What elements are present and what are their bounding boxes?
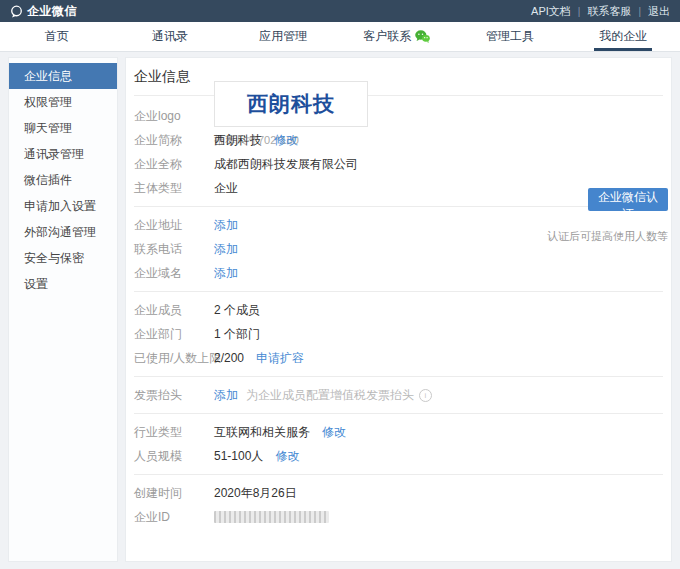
field-label: 行业类型	[134, 424, 214, 441]
topbar-links: API文档|联系客服|退出	[531, 4, 670, 19]
field-value: 企业	[214, 180, 238, 197]
contact-support-link[interactable]: 联系客服	[587, 4, 631, 19]
sidebar-item-settings[interactable]: 设置	[9, 271, 117, 297]
divider	[134, 413, 663, 414]
brand-name: 企业微信	[27, 3, 77, 20]
tab-home[interactable]: 首页	[0, 22, 113, 51]
field-label: 企业部门	[134, 326, 214, 343]
masked-company-id	[214, 511, 329, 523]
field-value: 2 个成员	[214, 302, 260, 319]
primary-nav: 首页通讯录应用管理客户联系管理工具我的企业	[0, 22, 680, 52]
tab-app-management-label: 应用管理	[259, 28, 307, 45]
company-logo-row: 企业logo 西朗科技 推荐尺寸702*180	[134, 104, 663, 128]
field-value: 西朗科技	[214, 132, 262, 149]
wecom-admin-page: 企业微信 API文档|联系客服|退出 首页通讯录应用管理客户联系管理工具我的企业…	[0, 0, 680, 569]
tab-home-label: 首页	[45, 28, 69, 45]
edit-short-name-link[interactable]: 修改	[274, 132, 298, 149]
sidebar-item-external-comm[interactable]: 外部沟通管理	[9, 219, 117, 245]
verify-benefit-hint: 认证后可提高使用人数等	[547, 229, 668, 244]
tab-my-company-label: 我的企业	[599, 28, 647, 45]
info-icon[interactable]	[419, 389, 432, 402]
tab-my-company[interactable]: 我的企业	[567, 22, 680, 51]
divider	[134, 291, 663, 292]
sidebar-item-join-settings[interactable]: 申请加入设置	[9, 193, 117, 219]
add-phone-link[interactable]: 添加	[214, 241, 238, 258]
separator: |	[578, 6, 581, 17]
company-logo-text: 西朗科技	[247, 90, 335, 118]
logout-link[interactable]: 退出	[648, 4, 670, 19]
api-docs-link[interactable]: API文档	[531, 4, 571, 19]
created-date-row: 创建时间2020年8月26日	[134, 481, 663, 505]
company-domain-row: 企业域名添加	[134, 261, 663, 285]
edit-staff-size-link[interactable]: 修改	[275, 448, 299, 465]
field-label: 企业ID	[134, 509, 214, 526]
sidebar-item-permissions[interactable]: 权限管理	[9, 89, 117, 115]
wecom-bubble-icon	[10, 5, 23, 18]
company-full-name-row: 企业全称成都西朗科技发展有限公司	[134, 152, 663, 176]
request-expansion-link[interactable]: 申请扩容	[256, 350, 304, 367]
wechat-bubbles-icon	[415, 30, 430, 43]
sidebar-item-contacts-management[interactable]: 通讯录管理	[9, 141, 117, 167]
field-label: 创建时间	[134, 485, 214, 502]
add-address-link[interactable]: 添加	[214, 217, 238, 234]
field-value: 2020年8月26日	[214, 485, 297, 502]
staff-size-row: 人员规模51-100人修改	[134, 444, 663, 468]
field-label: 联系电话	[134, 241, 214, 258]
tab-contacts-label: 通讯录	[152, 28, 188, 45]
separator: |	[638, 6, 641, 17]
company-logo[interactable]: 西朗科技	[214, 81, 368, 127]
company-info-panel: 企业信息 企业logo 西朗科技 推荐尺寸702*180 企业简称西朗科技修改企…	[125, 57, 672, 562]
field-label: 发票抬头	[134, 387, 214, 404]
company-id-row: 企业ID	[134, 505, 663, 529]
field-value: 2/200	[214, 351, 244, 365]
sidebar-item-chat-management[interactable]: 聊天管理	[9, 115, 117, 141]
tab-customer-contact-label: 客户联系	[363, 28, 411, 45]
wecom-verify-button[interactable]: 企业微信认证	[588, 188, 668, 211]
field-label: 企业全称	[134, 156, 214, 173]
divider	[134, 376, 663, 377]
department-count-row: 企业部门1 个部门	[134, 322, 663, 346]
seat-usage-row: 已使用/人数上限2/200申请扩容	[134, 346, 663, 370]
field-label: 企业成员	[134, 302, 214, 319]
sidebar-item-wechat-plugin[interactable]: 微信插件	[9, 167, 117, 193]
field-note: 为企业成员配置增值税发票抬头	[246, 387, 414, 404]
settings-sidebar: 企业信息权限管理聊天管理通讯录管理微信插件申请加入设置外部沟通管理安全与保密设置	[8, 57, 118, 562]
field-label: 已使用/人数上限	[134, 350, 214, 367]
field-value: 互联网和相关服务	[214, 424, 310, 441]
topbar: 企业微信 API文档|联系客服|退出	[0, 0, 680, 22]
divider	[134, 474, 663, 475]
invoice-title-row: 发票抬头添加为企业成员配置增值税发票抬头	[134, 383, 663, 407]
add-invoice-title-link[interactable]: 添加	[214, 387, 238, 404]
add-domain-link[interactable]: 添加	[214, 265, 238, 282]
edit-industry-link[interactable]: 修改	[322, 424, 346, 441]
tab-contacts[interactable]: 通讯录	[113, 22, 226, 51]
sidebar-item-company-info[interactable]: 企业信息	[9, 63, 117, 89]
field-value: 成都西朗科技发展有限公司	[214, 156, 358, 173]
verification-box: 企业微信认证 认证后可提高使用人数等	[547, 188, 668, 244]
field-label: 企业域名	[134, 265, 214, 282]
brand: 企业微信	[10, 3, 77, 20]
industry-type-row: 行业类型互联网和相关服务修改	[134, 420, 663, 444]
field-value: 1 个部门	[214, 326, 260, 343]
tab-customer-contact[interactable]: 客户联系	[340, 22, 453, 51]
company-short-name-row: 企业简称西朗科技修改	[134, 128, 663, 152]
field-label: 人员规模	[134, 448, 214, 465]
sidebar-item-security[interactable]: 安全与保密	[9, 245, 117, 271]
tab-admin-tools[interactable]: 管理工具	[453, 22, 566, 51]
tab-admin-tools-label: 管理工具	[486, 28, 534, 45]
tab-app-management[interactable]: 应用管理	[227, 22, 340, 51]
member-count-row: 企业成员2 个成员	[134, 298, 663, 322]
field-label: 企业简称	[134, 132, 214, 149]
field-label: 主体类型	[134, 180, 214, 197]
field-label: 企业地址	[134, 217, 214, 234]
field-value: 51-100人	[214, 448, 263, 465]
